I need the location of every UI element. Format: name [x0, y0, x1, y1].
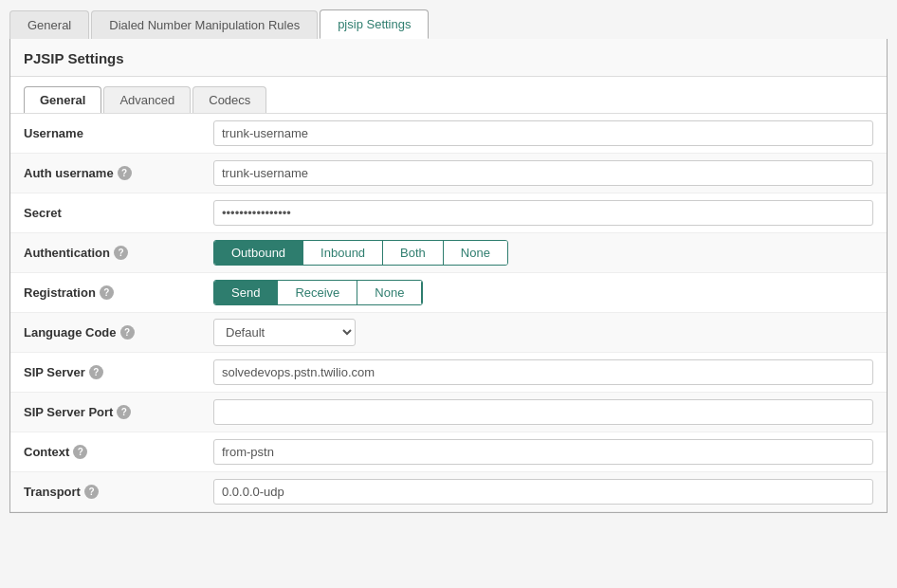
auth-btn-group: Outbound Inbound Both None	[213, 240, 508, 266]
input-sip-server-port[interactable]	[213, 399, 873, 425]
input-username[interactable]	[213, 120, 873, 146]
help-icon-language-code[interactable]: ?	[120, 325, 135, 340]
reg-receive-btn[interactable]: Receive	[278, 281, 357, 304]
tab-pjsip[interactable]: pjsip Settings	[320, 9, 429, 39]
help-icon-sip-server[interactable]: ?	[89, 365, 103, 379]
control-language-code: Default	[200, 313, 887, 352]
field-row-authentication: Authentication ? Outbound Inbound Both	[10, 233, 887, 273]
sub-tabs: General Advanced Codecs	[10, 77, 887, 114]
control-secret	[200, 194, 887, 231]
label-authentication: Authentication ?	[10, 238, 200, 267]
input-auth-username[interactable]	[213, 160, 873, 186]
field-row-language-code: Language Code ? Default	[10, 313, 887, 353]
reg-send-btn[interactable]: Send	[214, 281, 278, 304]
control-username	[200, 115, 887, 152]
tab-dnmr[interactable]: Dialed Number Manipulation Rules	[91, 10, 318, 39]
subtab-general[interactable]: General	[24, 86, 101, 113]
field-row-secret: Secret	[10, 193, 887, 233]
tab-general[interactable]: General	[9, 10, 89, 39]
control-context	[200, 433, 887, 470]
main-panel: PJSIP Settings General Advanced Codecs U…	[9, 39, 888, 513]
auth-none-btn[interactable]: None	[444, 241, 507, 265]
field-row-transport: Transport ?	[10, 472, 887, 512]
label-auth-username: Auth username ?	[10, 158, 200, 188]
subtab-codecs[interactable]: Codecs	[192, 86, 266, 113]
label-secret: Secret	[10, 198, 200, 228]
help-icon-context[interactable]: ?	[73, 445, 87, 459]
help-icon-transport[interactable]: ?	[84, 485, 99, 499]
form-area: Username Auth username ? Secret	[10, 114, 887, 512]
label-transport: Transport ?	[10, 477, 200, 506]
help-icon-authentication[interactable]: ?	[114, 246, 128, 260]
field-row-username: Username	[10, 114, 887, 154]
control-sip-server-port	[200, 394, 887, 431]
page-wrapper: General Dialed Number Manipulation Rules…	[0, 0, 897, 588]
input-sip-server[interactable]	[213, 359, 873, 385]
control-auth-username	[200, 155, 887, 192]
field-row-sip-server-port: SIP Server Port ?	[10, 393, 887, 432]
input-transport[interactable]	[213, 479, 873, 505]
label-sip-server: SIP Server ?	[10, 358, 200, 387]
help-icon-registration[interactable]: ?	[100, 285, 114, 300]
label-context: Context ?	[10, 437, 200, 467]
reg-none-btn[interactable]: None	[357, 281, 422, 304]
auth-both-btn[interactable]: Both	[383, 241, 444, 265]
field-row-context: Context ?	[10, 432, 887, 472]
reg-btn-group: Send Receive None	[213, 280, 423, 305]
auth-inbound-btn[interactable]: Inbound	[303, 241, 383, 265]
control-authentication: Outbound Inbound Both None	[200, 234, 887, 271]
field-row-registration: Registration ? Send Receive None	[10, 273, 887, 313]
input-context[interactable]	[213, 439, 873, 465]
label-username: Username	[10, 119, 200, 148]
label-sip-server-port: SIP Server Port ?	[10, 397, 200, 427]
select-language-code[interactable]: Default	[213, 319, 356, 346]
control-transport	[200, 473, 887, 510]
label-registration: Registration ?	[10, 278, 200, 307]
help-icon-auth-username[interactable]: ?	[118, 166, 132, 180]
field-row-sip-server: SIP Server ?	[10, 353, 887, 393]
field-row-auth-username: Auth username ?	[10, 154, 887, 193]
subtab-advanced[interactable]: Advanced	[103, 86, 191, 113]
input-secret[interactable]	[213, 200, 873, 226]
label-language-code: Language Code ?	[10, 318, 200, 347]
panel-title: PJSIP Settings	[10, 39, 887, 77]
top-tabs: General Dialed Number Manipulation Rules…	[9, 9, 888, 39]
help-icon-sip-server-port[interactable]: ?	[117, 405, 131, 419]
control-sip-server	[200, 354, 887, 391]
control-registration: Send Receive None	[200, 274, 887, 311]
auth-outbound-btn[interactable]: Outbound	[214, 241, 303, 265]
